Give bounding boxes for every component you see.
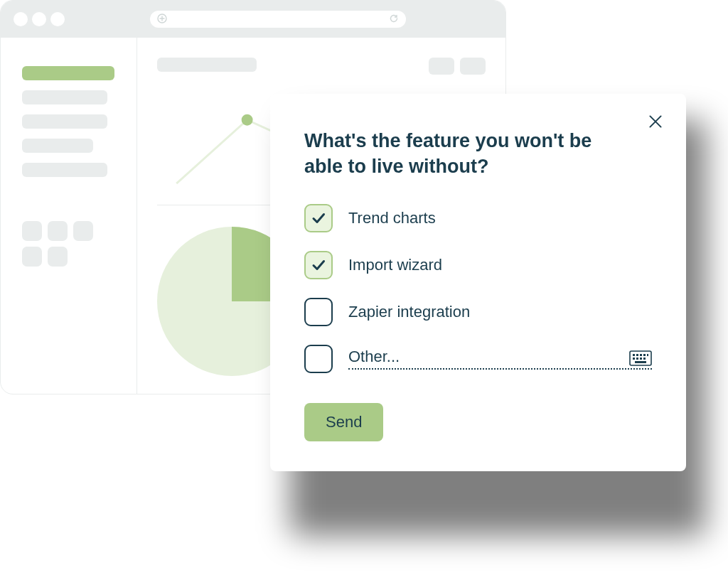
browser-chrome: [1, 1, 505, 38]
check-icon: [310, 210, 327, 227]
svg-rect-9: [636, 358, 638, 360]
plus-icon: [157, 14, 167, 26]
svg-rect-7: [647, 354, 648, 356]
survey-option: Zapier integration: [304, 298, 652, 326]
grid-item-skeleton: [48, 247, 68, 267]
svg-rect-8: [633, 358, 635, 360]
option-label: Zapier integration: [348, 303, 470, 321]
survey-option: Trend charts: [304, 204, 652, 232]
button-skeleton: [460, 58, 486, 75]
window-dot: [50, 12, 65, 26]
svg-rect-12: [635, 361, 646, 363]
address-bar: [150, 11, 406, 28]
window-controls: [14, 12, 65, 26]
grid-item-skeleton: [48, 221, 68, 241]
survey-option: Import wizard: [304, 251, 652, 279]
sidebar-item-skeleton: [22, 66, 114, 80]
sidebar-item-skeleton: [22, 139, 93, 153]
check-icon: [310, 257, 327, 274]
close-button[interactable]: [646, 112, 665, 131]
sidebar-item-skeleton: [22, 114, 107, 129]
other-label: Other...: [348, 348, 400, 366]
svg-rect-6: [643, 354, 646, 356]
checkbox-zapier-integration[interactable]: [304, 298, 333, 326]
sidebar-item-skeleton: [22, 90, 107, 104]
keyboard-icon: [629, 350, 652, 366]
other-input-row[interactable]: Other...: [348, 348, 652, 370]
svg-rect-10: [640, 358, 642, 360]
svg-rect-11: [643, 358, 646, 360]
sidebar-item-skeleton: [22, 163, 107, 177]
checkbox-other[interactable]: [304, 345, 333, 373]
option-label: Trend charts: [348, 209, 436, 227]
grid-item-skeleton: [22, 221, 42, 241]
heading-skeleton: [157, 58, 257, 72]
checkbox-trend-charts[interactable]: [304, 204, 333, 232]
button-skeleton: [429, 58, 454, 75]
option-label: Import wizard: [348, 256, 442, 274]
send-button[interactable]: Send: [304, 403, 383, 441]
grid-item-skeleton: [22, 247, 42, 267]
svg-rect-3: [633, 354, 635, 356]
survey-modal: What's the feature you won't be able to …: [270, 94, 686, 471]
sidebar-skeleton: [1, 38, 137, 394]
survey-question: What's the feature you won't be able to …: [304, 128, 617, 180]
window-dot: [32, 12, 46, 26]
checkbox-import-wizard[interactable]: [304, 251, 333, 279]
grid-item-skeleton: [73, 221, 93, 241]
survey-option-other: Other...: [304, 345, 652, 373]
window-dot: [14, 12, 28, 26]
svg-rect-5: [640, 354, 642, 356]
refresh-icon: [389, 14, 399, 26]
svg-rect-4: [636, 354, 638, 356]
survey-options: Trend charts Import wizard Zapier integr…: [304, 204, 652, 373]
svg-point-1: [242, 114, 253, 126]
